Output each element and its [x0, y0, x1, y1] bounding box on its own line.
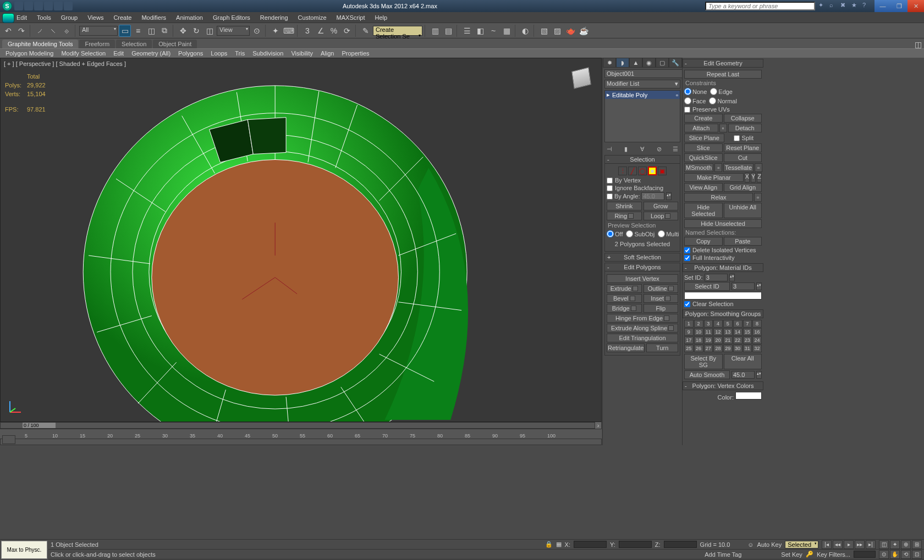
subscription-icon[interactable]: ⌕ [829, 2, 838, 10]
smoothing-group-17[interactable]: 17 [684, 336, 694, 344]
ribbon-tab-objectpaint[interactable]: Object Paint [153, 40, 197, 48]
insert-vertex-button[interactable]: Insert Vertex [607, 274, 678, 283]
spinner-arrows-icon[interactable]: ▴▾ [756, 282, 762, 290]
planar-y-button[interactable]: Y [751, 173, 756, 182]
outline-button[interactable]: Outline [644, 284, 679, 293]
extrude-along-spline-button[interactable]: Extrude Along Spline [607, 324, 678, 332]
help-icon[interactable]: ? [862, 2, 871, 10]
smoothing-group-5[interactable]: 5 [723, 320, 733, 328]
smoothing-group-4[interactable]: 4 [713, 320, 723, 328]
edge-subobj-icon[interactable]: ╱ [628, 167, 637, 175]
menu-create[interactable]: Create [113, 14, 131, 21]
unlink-button[interactable]: ⟍ [47, 25, 59, 37]
smoothing-group-28[interactable]: 28 [713, 345, 723, 352]
planar-x-button[interactable]: X [745, 173, 750, 182]
min-max-toggle-icon[interactable]: ⊡ [912, 550, 922, 559]
smoothing-group-11[interactable]: 11 [704, 328, 713, 336]
polygon-subobj-icon[interactable]: ■ [648, 167, 657, 175]
smoothing-group-27[interactable]: 27 [704, 345, 713, 352]
select-id-button[interactable]: Select ID [684, 282, 730, 291]
smoothing-group-32[interactable]: 32 [752, 345, 762, 352]
menu-maxscript[interactable]: MAXScript [337, 14, 365, 21]
make-planar-button[interactable]: Make Planar [684, 173, 744, 182]
subtab-edit[interactable]: Edit [110, 49, 127, 57]
favorites-icon[interactable]: ★ [851, 2, 860, 10]
smoothing-group-3[interactable]: 3 [704, 320, 713, 328]
edit-named-sel-button[interactable]: ✎ [360, 25, 372, 37]
material-ids-header[interactable]: -Polygon: Material IDs [683, 263, 763, 272]
copy-namesel-button[interactable]: Copy [684, 237, 723, 246]
smoothing-group-18[interactable]: 18 [694, 336, 703, 344]
subtab-tris[interactable]: Tris [232, 49, 248, 57]
mirror-button[interactable]: ▥ [429, 25, 441, 37]
set-key-button[interactable]: Set Key [781, 551, 802, 558]
menu-grapheditors[interactable]: Graph Editors [213, 14, 250, 21]
smoothing-group-30[interactable]: 30 [733, 345, 743, 352]
attach-button[interactable]: Attach [684, 124, 718, 132]
full-interactivity-checkbox[interactable]: Full Interactivity [684, 254, 762, 262]
key-mode-dropdown[interactable]: Selected [785, 541, 818, 548]
pan-icon[interactable]: ✋ [890, 550, 900, 559]
undo-button[interactable]: ↶ [2, 25, 14, 37]
keyboard-shortcut-button[interactable]: ⌨ [283, 25, 295, 37]
menu-views[interactable]: Views [87, 14, 103, 21]
detach-button[interactable]: Detach [728, 124, 762, 132]
grow-button[interactable]: Grow [644, 202, 679, 210]
menu-modifiers[interactable]: Modifiers [141, 14, 166, 21]
vertex-subobj-icon[interactable]: ⋮ [618, 167, 627, 175]
help-search-input[interactable] [705, 2, 815, 10]
link-button[interactable]: ⟋ [34, 25, 46, 37]
smoothing-group-29[interactable]: 29 [723, 345, 733, 352]
retriangulate-button[interactable]: Retriangulate [607, 343, 645, 352]
named-selection-dropdown[interactable]: Create Selection Se [373, 26, 422, 36]
relax-settings-icon[interactable]: ▫ [754, 193, 762, 202]
unhide-all-button[interactable]: Unhide All [724, 203, 762, 218]
time-ruler[interactable]: 5101520253035404550556065707580859095100 [0, 429, 602, 439]
menu-edit[interactable]: Edit [16, 14, 27, 21]
show-end-result-icon[interactable]: ▮ [622, 145, 630, 153]
smoothing-groups-header[interactable]: -Polygon: Smoothing Groups [683, 309, 763, 318]
exchange-icon[interactable]: ✖ [840, 2, 849, 10]
prev-frame-icon[interactable]: ◂◂ [833, 540, 843, 549]
selection-rollout-header[interactable]: -Selection [604, 155, 680, 164]
subtab-geometry-all[interactable]: Geometry (All) [128, 49, 174, 57]
menu-rendering[interactable]: Rendering [260, 14, 288, 21]
percent-snap-button[interactable]: % [328, 25, 340, 37]
attach-settings-icon[interactable]: ▫ [719, 124, 727, 132]
vertex-color-swatch[interactable] [735, 392, 762, 400]
ignore-backfacing-checkbox[interactable]: Ignore Backfacing [607, 184, 678, 192]
create-tab-icon[interactable]: ✹ [603, 58, 616, 68]
qat-save-icon[interactable] [34, 2, 43, 10]
preview-off-radio[interactable]: Off [607, 230, 623, 237]
relax-button[interactable]: Relax [684, 193, 753, 202]
menu-animation[interactable]: Animation [176, 14, 203, 21]
smoothing-group-12[interactable]: 12 [713, 328, 723, 336]
next-frame-icon[interactable]: ▸▸ [855, 540, 865, 549]
time-config-icon[interactable] [2, 435, 15, 444]
preview-subobj-radio[interactable]: SubObj [626, 230, 654, 237]
spinner-arrows-icon[interactable]: ▴▾ [666, 192, 672, 200]
menu-group[interactable]: Group [61, 14, 78, 21]
display-tab-icon[interactable]: ▢ [656, 58, 669, 68]
spinner-arrows-icon[interactable]: ▴▾ [756, 371, 762, 379]
snap-toggle-button[interactable]: 3 [301, 25, 314, 37]
element-subobj-icon[interactable]: ▣ [658, 167, 667, 175]
selection-lock-icon[interactable]: ▦ [556, 541, 562, 548]
smoothing-group-21[interactable]: 21 [723, 336, 733, 344]
inset-button[interactable]: Inset [644, 294, 679, 303]
lock-icon[interactable]: 🔒 [545, 541, 553, 548]
collapse-button[interactable]: Collapse [724, 114, 762, 123]
smoothing-group-10[interactable]: 10 [694, 328, 703, 336]
ring-button[interactable]: Ring [607, 212, 642, 220]
modify-tab-icon[interactable]: ◗ [616, 58, 629, 68]
subtab-subdivision[interactable]: Subdivision [249, 49, 287, 57]
view-align-button[interactable]: View Align [684, 183, 723, 192]
application-menu-button[interactable] [2, 13, 14, 23]
x-coord-input[interactable] [574, 541, 607, 548]
qat-new-icon[interactable] [14, 2, 23, 10]
xref-icon[interactable]: ✦ [890, 540, 900, 549]
edit-triangulation-button[interactable]: Edit Triangulation [607, 334, 678, 342]
graphite-button[interactable]: ◧ [474, 25, 486, 37]
by-angle-checkbox[interactable] [607, 193, 613, 199]
slice-button[interactable]: Slice [684, 143, 723, 152]
